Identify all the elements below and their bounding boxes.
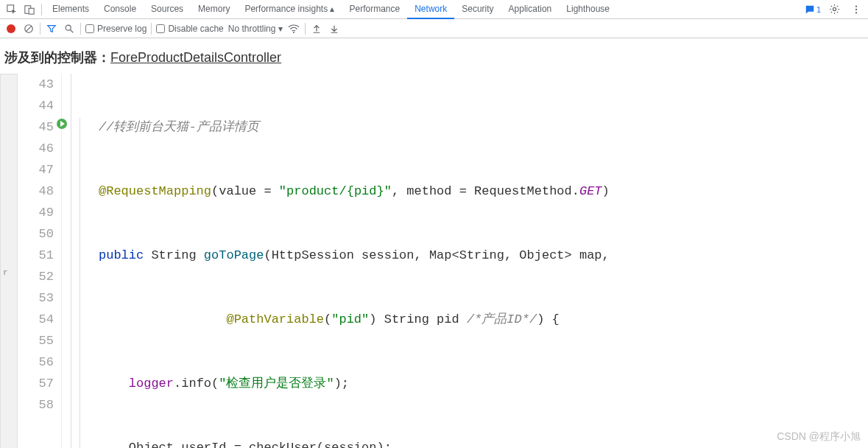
tab-performance[interactable]: Performance xyxy=(342,0,408,19)
more-icon[interactable] xyxy=(847,1,865,18)
record-button[interactable] xyxy=(4,22,18,35)
separator xyxy=(41,4,42,15)
separator xyxy=(80,23,81,35)
line-number[interactable]: 45 xyxy=(18,116,54,138)
throttling-select[interactable]: No throttling ▾ xyxy=(228,24,283,34)
line-number[interactable]: 47 xyxy=(18,159,54,181)
line-number[interactable]: 44 xyxy=(18,95,54,116)
tab-lighthouse[interactable]: Lighthouse xyxy=(559,0,617,19)
upload-icon[interactable] xyxy=(310,22,323,35)
line-number[interactable]: 53 xyxy=(18,287,54,309)
throttling-value: No throttling xyxy=(228,24,276,34)
disable-cache-checkbox[interactable]: Disable cache xyxy=(156,24,223,34)
line-number[interactable]: 48 xyxy=(18,181,54,202)
device-toggle-icon[interactable] xyxy=(21,1,38,18)
svg-point-9 xyxy=(66,25,71,30)
svg-point-3 xyxy=(833,7,836,10)
disable-cache-label: Disable cache xyxy=(168,24,223,34)
page-title: 涉及到的控制器：ForeProductDetailsController xyxy=(0,38,868,74)
tab-performance-insights[interactable]: Performance insights ▴ xyxy=(237,0,342,19)
line-number[interactable]: 58 xyxy=(18,394,54,416)
tab-network[interactable]: Network xyxy=(407,0,454,19)
tab-elements[interactable]: Elements xyxy=(45,0,96,19)
preserve-log-checkbox[interactable]: Preserve log xyxy=(85,24,147,34)
svg-line-8 xyxy=(26,26,32,32)
line-number[interactable]: 51 xyxy=(18,245,54,266)
gear-icon[interactable] xyxy=(825,1,843,18)
download-icon[interactable] xyxy=(328,22,341,35)
svg-point-6 xyxy=(855,12,857,13)
chevron-down-icon: ▾ xyxy=(278,24,283,34)
svg-point-4 xyxy=(855,5,857,7)
tab-sources[interactable]: Sources xyxy=(144,0,191,19)
line-number[interactable]: 50 xyxy=(18,223,54,245)
line-number[interactable]: 52 xyxy=(18,266,54,287)
tab-memory[interactable]: Memory xyxy=(191,0,237,19)
controller-name: ForeProductDetailsController xyxy=(110,50,281,65)
line-number[interactable]: 43 xyxy=(18,74,54,95)
devtools-header: Elements Console Sources Memory Performa… xyxy=(0,0,868,19)
network-toolbar: Preserve log Disable cache No throttling… xyxy=(0,19,868,38)
header-right: 1 xyxy=(805,1,865,18)
svg-point-11 xyxy=(293,32,294,33)
line-number[interactable]: 56 xyxy=(18,351,54,373)
svg-line-10 xyxy=(71,29,74,32)
separator xyxy=(40,23,40,35)
filter-icon[interactable] xyxy=(45,22,58,35)
clear-icon[interactable] xyxy=(22,22,35,35)
line-number[interactable]: 49 xyxy=(18,202,54,223)
svg-point-5 xyxy=(855,8,857,10)
title-prefix: 涉及到的控制器： xyxy=(4,50,110,65)
fold-column xyxy=(62,74,99,448)
issues-count: 1 xyxy=(816,5,821,14)
devtools-tabs: Elements Console Sources Memory Performa… xyxy=(45,0,805,19)
wifi-icon[interactable] xyxy=(287,22,300,35)
line-number[interactable]: 54 xyxy=(18,309,54,330)
search-icon[interactable] xyxy=(63,22,76,35)
line-number[interactable]: 55 xyxy=(18,330,54,351)
tab-console[interactable]: Console xyxy=(96,0,144,19)
line-gutter: 43 44 45 46 47 48 49 50 51 52 53 54 55 5… xyxy=(18,74,62,448)
separator xyxy=(305,23,306,35)
issues-badge[interactable]: 1 xyxy=(805,4,821,15)
preserve-log-label: Preserve log xyxy=(97,24,147,34)
watermark: CSDN @程序小旭 xyxy=(777,430,861,444)
svg-rect-2 xyxy=(29,8,34,14)
line-number[interactable]: 57 xyxy=(18,373,54,394)
left-stub: r xyxy=(0,74,18,448)
tab-security[interactable]: Security xyxy=(454,0,501,19)
code-content[interactable]: //转到前台天猫-产品详情页 @RequestMapping(value = "… xyxy=(99,74,868,448)
inspect-icon[interactable] xyxy=(3,1,21,18)
code-editor: r 43 44 45 46 47 48 49 50 51 52 53 54 55… xyxy=(0,74,868,448)
line-number[interactable]: 46 xyxy=(18,138,54,159)
tab-application[interactable]: Application xyxy=(501,0,560,19)
separator xyxy=(151,23,152,35)
